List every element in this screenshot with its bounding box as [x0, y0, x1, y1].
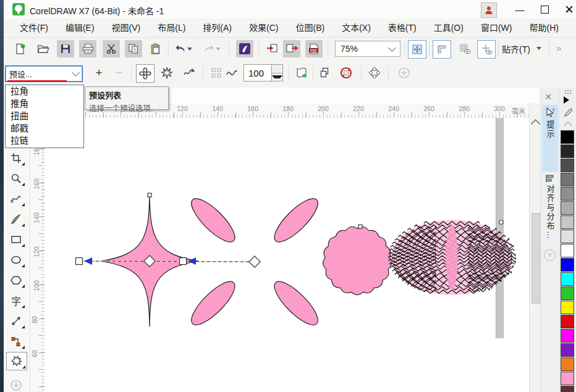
docker-close-icon[interactable]: ✕ — [544, 91, 553, 102]
cut-button[interactable] — [103, 40, 120, 57]
color-swatch[interactable] — [561, 173, 574, 186]
account-icon[interactable] — [481, 2, 497, 18]
color-swatch[interactable] — [561, 343, 574, 357]
print-button[interactable] — [79, 40, 96, 57]
twister-distortion-button[interactable] — [180, 64, 198, 81]
preset-option-0[interactable]: 拉角 — [6, 85, 83, 98]
menu-item-3[interactable]: 布局(L) — [149, 19, 194, 37]
snap-to-dropdown[interactable]: 贴齐(T) — [502, 43, 530, 55]
scrollbar-thumb[interactable] — [532, 213, 540, 304]
ellipse-tool[interactable] — [6, 251, 26, 269]
new-document-button[interactable] — [11, 40, 28, 57]
menu-item-11[interactable]: 帮助(H) — [520, 19, 567, 37]
distort-tool[interactable] — [6, 352, 27, 370]
maximize-button[interactable] — [532, 0, 557, 19]
spin-up-button[interactable] — [272, 65, 282, 73]
import-button[interactable] — [263, 40, 281, 57]
export-button[interactable] — [283, 40, 300, 57]
show-rulers-button[interactable] — [433, 40, 451, 59]
copy-button[interactable] — [125, 40, 142, 57]
convert-to-curves-button[interactable] — [366, 64, 383, 81]
add-preset-button[interactable]: + — [90, 64, 108, 81]
artistic-media-tool[interactable] — [6, 211, 26, 228]
palette-drag-handle[interactable] — [564, 90, 572, 94]
save-button[interactable] — [57, 40, 74, 57]
zoom-tool[interactable] — [6, 170, 26, 187]
zoom-level-combo[interactable]: 75% — [335, 41, 400, 57]
polygon-tool[interactable] — [6, 272, 26, 289]
snap-settings-button[interactable] — [477, 40, 496, 59]
menu-item-4[interactable]: 排列(A) — [194, 19, 240, 37]
spin-down-button[interactable] — [272, 73, 282, 81]
menu-item-6[interactable]: 位图(B) — [287, 19, 333, 37]
color-swatch[interactable] — [561, 315, 574, 328]
show-grid-button[interactable] — [456, 40, 473, 57]
color-swatch[interactable] — [561, 372, 574, 385]
scroll-up-icon[interactable] — [531, 119, 541, 129]
color-swatch[interactable] — [561, 329, 574, 343]
preset-option-2[interactable]: 扭曲 — [6, 110, 83, 122]
color-swatch[interactable] — [561, 272, 574, 286]
color-swatch[interactable] — [561, 244, 574, 257]
color-swatch[interactable] — [561, 130, 574, 144]
preset-option-4[interactable]: 拉链 — [6, 135, 83, 147]
drawing-canvas[interactable] — [44, 118, 529, 392]
menu-item-0[interactable]: 文件(F) — [11, 19, 57, 37]
color-swatch[interactable] — [561, 301, 574, 314]
new-distortion-button[interactable] — [293, 64, 310, 81]
menu-item-7[interactable]: 文本(X) — [333, 19, 379, 37]
clear-distortion-button[interactable] — [337, 64, 355, 81]
centered-distortion-button[interactable] — [208, 64, 225, 81]
preset-combo[interactable]: 预设... — [5, 65, 83, 82]
palette-flyout-icon[interactable] — [564, 96, 569, 104]
copy-distortion-button[interactable] — [316, 64, 334, 81]
vertical-scrollbar[interactable] — [529, 103, 541, 392]
color-swatch[interactable] — [561, 201, 574, 215]
redo-list-arrow[interactable] — [214, 40, 222, 57]
undo-list-arrow[interactable] — [185, 40, 194, 57]
color-swatch[interactable] — [561, 144, 574, 158]
docker-add-button[interactable]: + — [544, 249, 556, 261]
connector-tool[interactable] — [6, 333, 26, 350]
palette-scroll-up-icon[interactable] — [564, 121, 572, 130]
color-swatch[interactable] — [561, 187, 574, 201]
menu-item-1[interactable]: 编辑(E) — [57, 19, 103, 37]
delete-preset-button[interactable]: − — [110, 64, 127, 81]
text-tool[interactable]: 字 — [6, 292, 26, 309]
eyedropper-icon[interactable] — [563, 107, 573, 119]
menu-item-10[interactable]: 窗口(W) — [472, 19, 521, 37]
docker-tab-align[interactable]: 对齐与分布… — [542, 172, 558, 249]
color-swatch[interactable] — [561, 159, 574, 172]
menu-item-9[interactable]: 工具(O) — [425, 19, 472, 37]
toolbar-overflow-button[interactable]: » — [556, 43, 560, 53]
paste-button[interactable] — [147, 40, 164, 57]
preset-option-3[interactable]: 邮戳 — [6, 122, 83, 135]
close-button[interactable]: ✕ — [557, 0, 576, 19]
preset-option-1[interactable]: 推角 — [6, 98, 83, 110]
push-pull-distortion-button[interactable] — [136, 64, 155, 83]
publish-pdf-button[interactable]: PDF — [305, 40, 323, 57]
rectangle-tool[interactable] — [6, 231, 26, 248]
color-swatch[interactable] — [561, 215, 574, 229]
chevron-down-icon[interactable] — [536, 47, 541, 50]
menu-item-5[interactable]: 效果(C) — [240, 19, 287, 37]
amplitude-spinner[interactable]: 100 — [244, 64, 283, 81]
color-swatch[interactable] — [561, 357, 574, 371]
add-tools-button[interactable] — [6, 377, 26, 392]
menu-item-8[interactable]: 表格(T) — [379, 19, 425, 37]
color-swatch[interactable] — [561, 258, 574, 272]
minimize-button[interactable]: — — [507, 0, 532, 19]
color-swatch[interactable] — [561, 386, 574, 392]
freehand-tool[interactable] — [6, 190, 26, 207]
docker-tab-hints[interactable]: ? 提示 — [542, 105, 558, 172]
menu-item-2[interactable]: 视图(V) — [103, 19, 150, 37]
open-button[interactable] — [35, 40, 52, 57]
color-swatch[interactable] — [561, 286, 574, 300]
color-swatch[interactable] — [561, 230, 574, 243]
add-property-button[interactable] — [396, 64, 413, 81]
dimension-tool[interactable] — [6, 312, 26, 330]
crop-tool[interactable] — [6, 149, 26, 167]
zoom-fit-button[interactable] — [408, 40, 426, 59]
zipper-distortion-button[interactable] — [158, 64, 176, 81]
welcome-screen-button[interactable] — [236, 40, 253, 57]
